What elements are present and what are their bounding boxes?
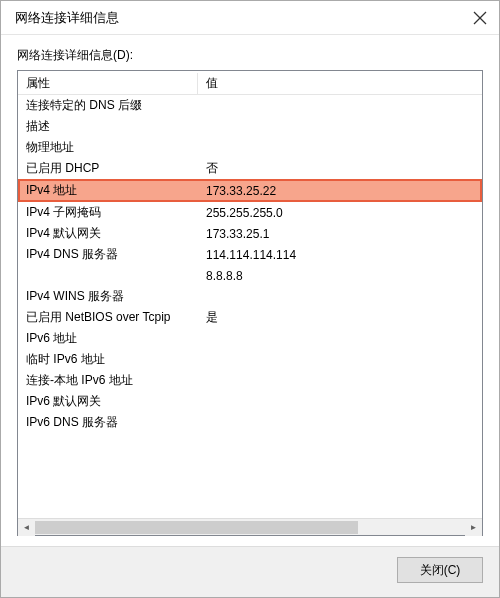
details-listbox: 属性 值 连接特定的 DNS 后缀描述物理地址已启用 DHCP否IPv4 地址1… <box>17 70 483 536</box>
header-value[interactable]: 值 <box>198 73 482 94</box>
value-cell: 173.33.25.22 <box>198 184 480 198</box>
close-icon[interactable] <box>473 11 487 25</box>
table-row[interactable]: 8.8.8.8 <box>18 265 482 286</box>
table-row[interactable]: 临时 IPv6 地址 <box>18 349 482 370</box>
property-cell: IPv6 地址 <box>18 330 198 347</box>
property-cell: 连接特定的 DNS 后缀 <box>18 97 198 114</box>
network-details-dialog: 网络连接详细信息 网络连接详细信息(D): 属性 值 连接特定的 DNS 后缀描… <box>0 0 500 598</box>
table-row[interactable]: IPv4 默认网关173.33.25.1 <box>18 223 482 244</box>
scroll-left-button[interactable]: ◄ <box>18 519 35 536</box>
property-cell: 已启用 DHCP <box>18 160 198 177</box>
property-cell: IPv4 DNS 服务器 <box>18 246 198 263</box>
value-cell: 否 <box>198 160 482 177</box>
table-row[interactable]: 已启用 DHCP否 <box>18 158 482 179</box>
table-row[interactable]: 描述 <box>18 116 482 137</box>
dialog-content: 网络连接详细信息(D): 属性 值 连接特定的 DNS 后缀描述物理地址已启用 … <box>1 35 499 546</box>
table-row[interactable]: IPv6 DNS 服务器 <box>18 412 482 433</box>
property-cell: IPv4 WINS 服务器 <box>18 288 198 305</box>
property-cell: IPv4 默认网关 <box>18 225 198 242</box>
table-row[interactable]: IPv4 地址173.33.25.22 <box>18 179 482 202</box>
horizontal-scrollbar[interactable]: ◄ ► <box>18 518 482 535</box>
property-cell: 物理地址 <box>18 139 198 156</box>
table-row[interactable]: 物理地址 <box>18 137 482 158</box>
property-cell: 已启用 NetBIOS over Tcpip <box>18 309 198 326</box>
header-row: 属性 值 <box>18 73 482 95</box>
property-cell: IPv4 子网掩码 <box>18 204 198 221</box>
value-cell: 114.114.114.114 <box>198 248 482 262</box>
table-row[interactable]: IPv4 子网掩码255.255.255.0 <box>18 202 482 223</box>
header-property[interactable]: 属性 <box>18 73 198 94</box>
window-title: 网络连接详细信息 <box>15 9 119 27</box>
property-cell: IPv6 默认网关 <box>18 393 198 410</box>
scroll-right-button[interactable]: ► <box>465 519 482 536</box>
list-label: 网络连接详细信息(D): <box>17 47 483 64</box>
table-row[interactable]: IPv6 默认网关 <box>18 391 482 412</box>
table-row[interactable]: 已启用 NetBIOS over Tcpip是 <box>18 307 482 328</box>
close-button[interactable]: 关闭(C) <box>397 557 483 583</box>
table-row[interactable]: 连接特定的 DNS 后缀 <box>18 95 482 116</box>
property-cell: IPv4 地址 <box>20 182 198 199</box>
dialog-footer: 关闭(C) <box>1 546 499 597</box>
titlebar: 网络连接详细信息 <box>1 1 499 35</box>
property-cell: 临时 IPv6 地址 <box>18 351 198 368</box>
value-cell: 173.33.25.1 <box>198 227 482 241</box>
table-row[interactable]: IPv4 DNS 服务器114.114.114.114 <box>18 244 482 265</box>
scroll-thumb[interactable] <box>35 521 358 534</box>
value-cell: 8.8.8.8 <box>198 269 482 283</box>
property-cell: 连接-本地 IPv6 地址 <box>18 372 198 389</box>
property-cell: 描述 <box>18 118 198 135</box>
table-row[interactable]: IPv4 WINS 服务器 <box>18 286 482 307</box>
table-row[interactable]: IPv6 地址 <box>18 328 482 349</box>
scroll-track[interactable] <box>35 519 465 536</box>
list-inner: 属性 值 连接特定的 DNS 后缀描述物理地址已启用 DHCP否IPv4 地址1… <box>18 71 482 518</box>
table-row[interactable]: 连接-本地 IPv6 地址 <box>18 370 482 391</box>
value-cell: 是 <box>198 309 482 326</box>
value-cell: 255.255.255.0 <box>198 206 482 220</box>
property-cell: IPv6 DNS 服务器 <box>18 414 198 431</box>
